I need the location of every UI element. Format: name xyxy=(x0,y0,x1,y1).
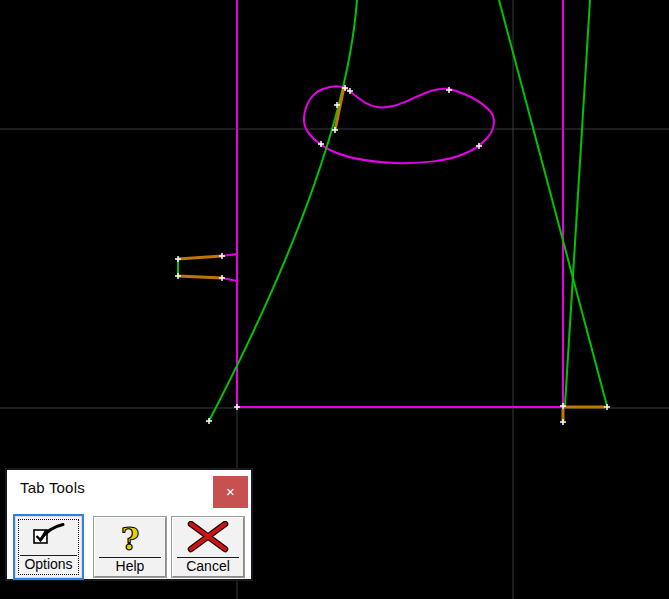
options-button-focus-ring: Options xyxy=(13,514,84,580)
orange-tab-on-arc[interactable] xyxy=(335,87,344,130)
green-line-long-arc[interactable] xyxy=(209,0,357,421)
cancel-button[interactable]: Cancel xyxy=(172,517,244,577)
checkbox-check-icon xyxy=(32,521,66,555)
orange-tab-bottom-edge[interactable] xyxy=(178,276,222,278)
help-button[interactable]: ? Help xyxy=(94,517,166,577)
node-marker xyxy=(219,275,225,281)
options-button-label: Options xyxy=(24,556,72,573)
node-marker xyxy=(560,419,566,425)
node-marker xyxy=(234,404,240,410)
options-button[interactable]: Options xyxy=(15,516,82,578)
node-marker xyxy=(219,253,225,259)
node-marker xyxy=(175,256,181,262)
cancel-x-icon xyxy=(186,521,230,557)
green-line-right[interactable] xyxy=(565,0,590,405)
question-mark-icon: ? xyxy=(113,521,147,557)
node-marker xyxy=(175,273,181,279)
dialog-titlebar[interactable]: Tab Tools × xyxy=(7,470,251,510)
green-line-middle[interactable] xyxy=(499,0,607,406)
dialog-title: Tab Tools xyxy=(20,479,85,496)
node-marker xyxy=(604,404,610,410)
help-button-label: Help xyxy=(116,558,145,575)
tab-tools-dialog: Tab Tools × Options xyxy=(5,468,253,581)
svg-text:?: ? xyxy=(121,521,140,557)
orange-tab-top-edge[interactable] xyxy=(178,256,222,259)
cancel-button-label: Cancel xyxy=(186,558,230,575)
app-window: Tab Tools × Options xyxy=(0,0,669,599)
dialog-button-row: Options ? Help xyxy=(7,510,251,579)
close-button[interactable]: × xyxy=(213,476,248,508)
